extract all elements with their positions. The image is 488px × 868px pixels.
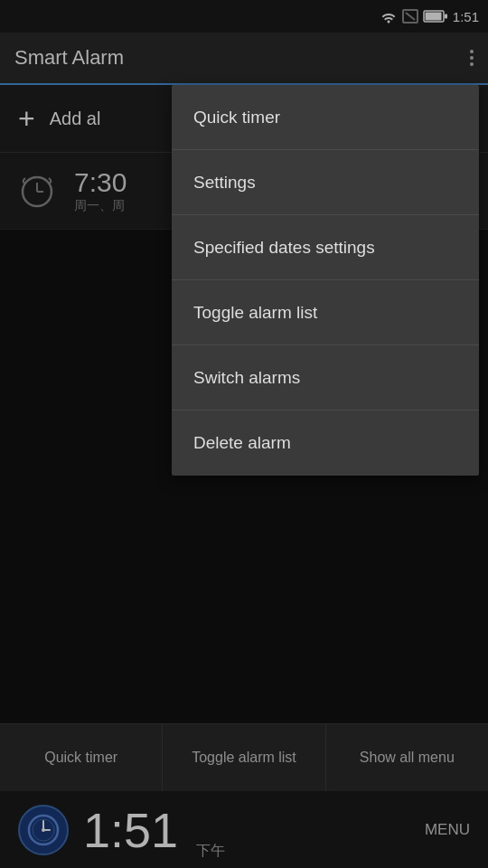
menu-item-specified-dates[interactable]: Specified dates settings bbox=[172, 215, 479, 280]
menu-item-switch-alarms-label: Switch alarms bbox=[193, 368, 300, 388]
menu-item-settings[interactable]: Settings bbox=[172, 150, 479, 215]
menu-item-switch-alarms[interactable]: Switch alarms bbox=[172, 345, 479, 410]
menu-item-quick-timer-label: Quick timer bbox=[193, 108, 280, 127]
menu-item-quick-timer[interactable]: Quick timer bbox=[172, 85, 479, 150]
menu-item-delete-alarm[interactable]: Delete alarm bbox=[172, 410, 479, 476]
menu-item-toggle-alarm-label: Toggle alarm list bbox=[193, 303, 317, 323]
menu-item-delete-alarm-label: Delete alarm bbox=[193, 433, 291, 453]
menu-item-specified-dates-label: Specified dates settings bbox=[193, 238, 375, 258]
menu-item-toggle-alarm[interactable]: Toggle alarm list bbox=[172, 280, 479, 345]
dropdown-menu: Quick timer Settings Specified dates set… bbox=[172, 85, 479, 476]
menu-item-settings-label: Settings bbox=[193, 173, 256, 193]
